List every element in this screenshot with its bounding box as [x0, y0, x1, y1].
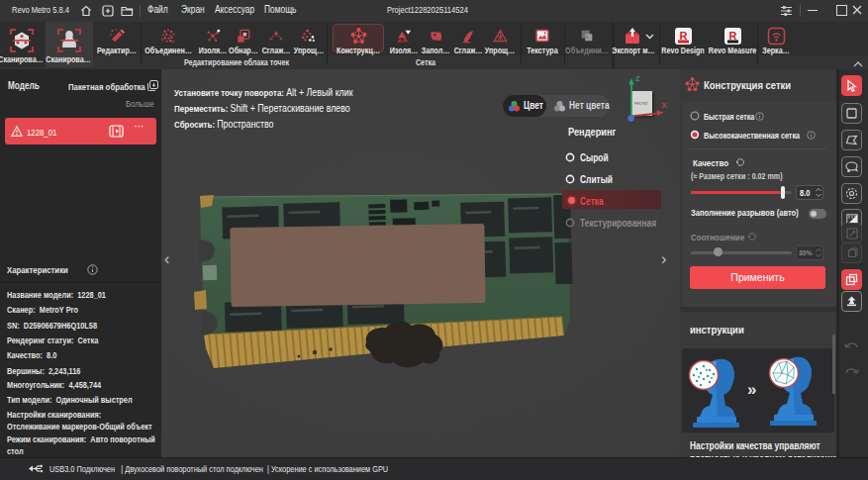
svg-text:R: R	[680, 30, 688, 42]
svg-text:»: »	[747, 380, 756, 399]
svg-text:Z: Z	[635, 74, 640, 83]
svg-text:X: X	[662, 101, 667, 110]
svg-text:R: R	[729, 30, 737, 42]
